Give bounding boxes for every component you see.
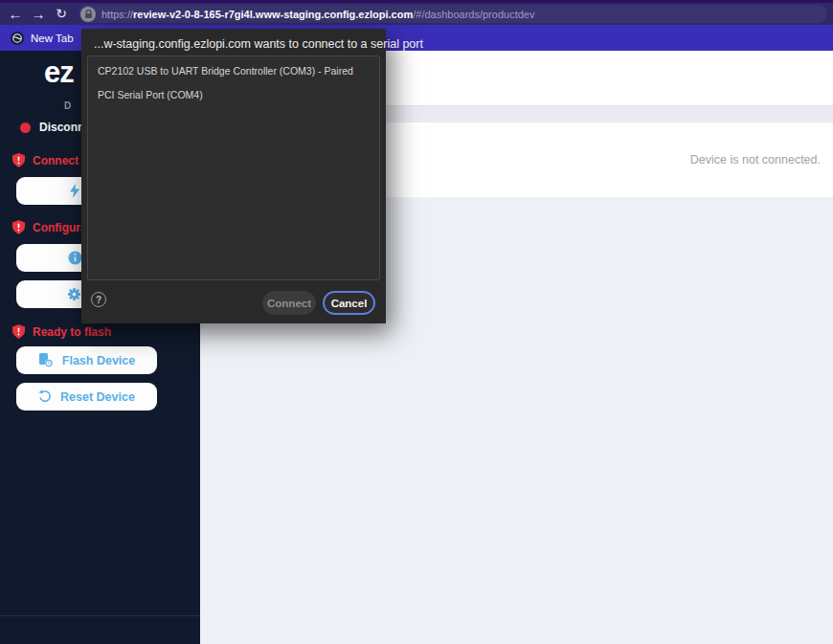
reset-device-button[interactable]: Reset Device bbox=[16, 383, 157, 411]
section-configurations: Configura bbox=[12, 220, 87, 234]
url-domain: review-v2-0-8-165-r7gi4l.www-staging.con… bbox=[133, 9, 413, 20]
status-dot-icon bbox=[20, 122, 31, 133]
serial-port-option[interactable]: CP2102 USB to UART Bridge Controller (CO… bbox=[88, 56, 379, 80]
app-logo: ez bbox=[44, 56, 74, 90]
section-configurations-label: Configura bbox=[33, 221, 87, 234]
lock-icon bbox=[80, 7, 96, 22]
section-ready-to-flash-label: Ready to flash bbox=[33, 325, 111, 339]
alert-shield-icon bbox=[12, 324, 25, 339]
dialog-cancel-button[interactable]: Cancel bbox=[323, 291, 375, 315]
lightning-icon bbox=[69, 184, 80, 198]
serial-port-option[interactable]: PCI Serial Port (COM4) bbox=[88, 80, 379, 104]
alert-shield-icon bbox=[12, 153, 25, 167]
flash-device-button[interactable]: Flash Device bbox=[16, 346, 157, 374]
info-icon bbox=[68, 251, 82, 265]
section-connect-label: Connect t bbox=[33, 154, 85, 167]
reset-icon bbox=[38, 389, 52, 404]
serial-port-dialog: ...w-staging.config.ezlopi.com wants to … bbox=[81, 29, 386, 323]
connection-status: Disconne bbox=[20, 121, 91, 134]
url-path: /#/dashboards/productdev bbox=[413, 9, 534, 20]
device-status-message: Device is not connected. bbox=[690, 153, 821, 167]
logo-caption: D bbox=[64, 100, 71, 111]
tab-favicon-icon bbox=[11, 32, 24, 45]
serial-port-list: CP2102 USB to UART Bridge Controller (CO… bbox=[87, 56, 380, 280]
reload-icon[interactable]: ↻ bbox=[50, 3, 73, 25]
url-text: https://review-v2-0-8-165-r7gi4l.www-sta… bbox=[101, 9, 534, 20]
section-ready-to-flash: Ready to flash bbox=[12, 324, 111, 339]
reset-device-label: Reset Device bbox=[60, 390, 135, 404]
address-bar[interactable]: https://review-v2-0-8-165-r7gi4l.www-sta… bbox=[79, 5, 827, 23]
gear-icon bbox=[67, 287, 81, 301]
alert-shield-icon bbox=[12, 220, 25, 234]
forward-icon[interactable]: → bbox=[27, 3, 50, 25]
browser-toolbar: ← → ↻ https://review-v2-0-8-165-r7gi4l.w… bbox=[0, 0, 833, 25]
sidebar-footer-divider bbox=[0, 615, 200, 616]
back-icon[interactable]: ← bbox=[4, 3, 27, 25]
tab-new-tab[interactable]: New Tab bbox=[31, 33, 74, 44]
dialog-title: ...w-staging.config.ezlopi.com wants to … bbox=[94, 37, 423, 51]
url-scheme: https:// bbox=[101, 9, 133, 20]
dialog-connect-button[interactable]: Connect bbox=[262, 291, 316, 315]
flash-device-label: Flash Device bbox=[62, 354, 135, 367]
help-icon[interactable]: ? bbox=[91, 292, 106, 307]
flash-device-icon bbox=[38, 353, 54, 367]
section-connect: Connect t bbox=[12, 153, 85, 167]
